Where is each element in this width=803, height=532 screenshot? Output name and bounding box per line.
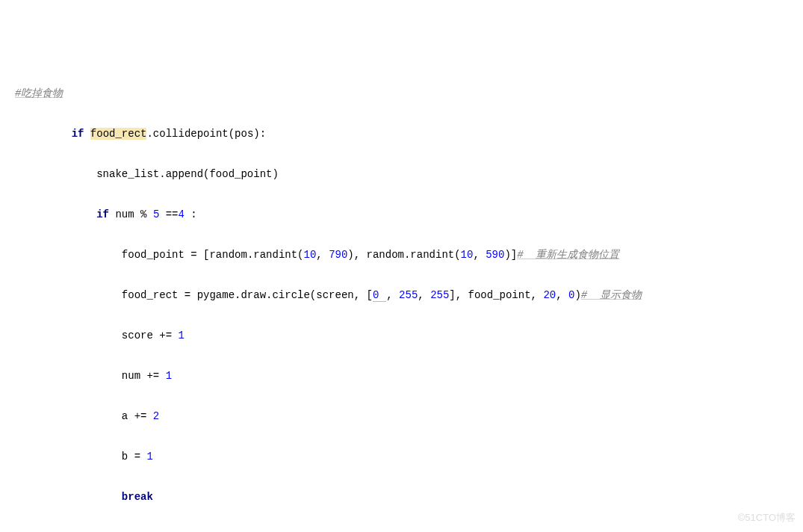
code-line: break (15, 487, 803, 507)
gutter (0, 0, 13, 532)
keyword-break: break (122, 491, 153, 503)
code-line: #吃掉食物 (15, 84, 803, 104)
identifier: num (115, 208, 134, 220)
code-line: food_rect = pygame.draw.circle(screen, [… (15, 285, 803, 306)
code-line: if food_rect.collidepoint(pos): (15, 124, 803, 144)
code-editor: #吃掉食物 if food_rect.collidepoint(pos): sn… (0, 0, 803, 532)
code-line: a += 2 (15, 406, 803, 427)
code-text: snake_list.append(food_point) (96, 168, 279, 180)
comment: # 显示食物 (581, 289, 642, 301)
watermark: ©51CTO博客 (738, 511, 796, 525)
fold-marker[interactable] (1, 21, 10, 30)
code-line: if num % 5 == 0: (15, 528, 803, 532)
comment: #吃掉食物 (15, 87, 63, 99)
highlighted-identifier: food_rect (90, 128, 147, 140)
keyword-if: if (72, 128, 84, 140)
fold-marker[interactable] (1, 61, 10, 70)
code-text: .collidepoint(pos): (146, 128, 266, 140)
code-area[interactable]: #吃掉食物 if food_rect.collidepoint(pos): sn… (15, 64, 803, 532)
keyword-if: if (96, 208, 109, 220)
code-line: b = 1 (15, 447, 803, 467)
comment: # 重新生成食物位置 (517, 249, 619, 261)
code-line: if num % 5 ==4 : (15, 205, 803, 225)
code-line: score += 1 (15, 326, 803, 346)
number: 4 (179, 208, 185, 220)
code-line: food_point = [random.randint(10, 790), r… (15, 245, 803, 265)
code-line: snake_list.append(food_point) (15, 164, 803, 185)
code-line: num += 1 (15, 366, 803, 386)
